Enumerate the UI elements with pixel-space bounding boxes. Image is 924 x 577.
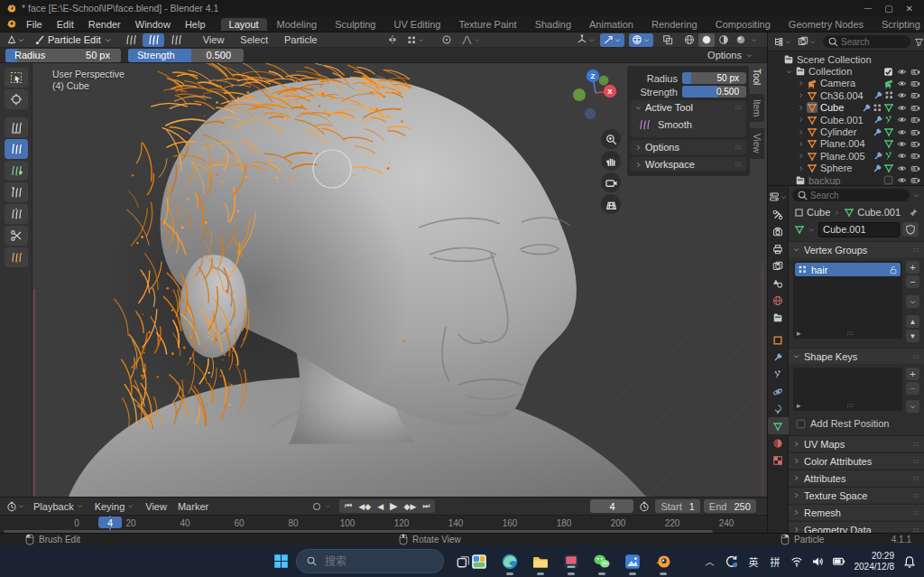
tool-button-length[interactable] xyxy=(5,182,28,202)
workspace-tab-rendering[interactable]: Rendering xyxy=(643,18,706,31)
disable-render-camera-icon[interactable] xyxy=(910,151,920,161)
end-frame-field[interactable]: End250 xyxy=(704,499,756,513)
timeline-editor-type[interactable] xyxy=(4,499,28,513)
disclosure-triangle-icon[interactable] xyxy=(785,68,793,76)
hide-viewport-eye-icon[interactable] xyxy=(897,115,907,125)
auto-keying-toggle[interactable] xyxy=(311,501,332,512)
outliner-row-collection[interactable]: Collection xyxy=(770,65,924,77)
properties-tab-render[interactable] xyxy=(768,223,789,240)
grip-icon[interactable] xyxy=(911,353,920,360)
collection-checkbox-icon[interactable] xyxy=(883,175,893,185)
shape-key-specials-button[interactable] xyxy=(906,400,919,413)
show-gizmo-dropdown[interactable] xyxy=(574,33,598,47)
viewport-zoom-button[interactable] xyxy=(601,129,621,149)
editor-type-selector[interactable] xyxy=(4,33,28,47)
mode-selector[interactable]: Particle Edit xyxy=(32,33,115,47)
shading-solid[interactable] xyxy=(698,33,715,47)
close-button[interactable]: ✕ xyxy=(906,4,913,14)
workspace-tab-sculpting[interactable]: Sculpting xyxy=(327,18,383,31)
disable-render-camera-icon[interactable] xyxy=(910,103,920,113)
disable-render-camera-icon[interactable] xyxy=(910,139,920,149)
workspace-tab-layout[interactable]: Layout xyxy=(221,18,267,31)
viewport-menu-view[interactable]: View xyxy=(196,34,232,45)
properties-tab-object[interactable] xyxy=(768,331,789,349)
disclosure-triangle-icon[interactable] xyxy=(797,116,805,124)
menubar-item-render[interactable]: Render xyxy=(81,19,128,30)
hide-viewport-eye-icon[interactable] xyxy=(897,67,907,77)
play-button[interactable]: ▶ xyxy=(387,500,400,512)
panel-header[interactable]: Options xyxy=(631,140,746,154)
xray-toggle[interactable] xyxy=(660,33,676,47)
playhead-badge[interactable]: 4 xyxy=(98,517,122,528)
navigation-gizmo[interactable]: Z X xyxy=(559,63,632,126)
grip-icon[interactable] xyxy=(734,161,743,168)
hide-viewport-eye-icon[interactable] xyxy=(897,175,907,185)
properties-tab-particles[interactable] xyxy=(768,366,789,383)
workspace-tab-animation[interactable]: Animation xyxy=(581,18,642,31)
taskbar-search-input[interactable] xyxy=(323,554,408,569)
tool-button-puff[interactable] xyxy=(5,204,28,224)
vertex-group-add-button[interactable]: + xyxy=(906,261,919,274)
fake-user-shield-button[interactable] xyxy=(902,222,919,237)
outliner-row-scene-collection[interactable]: Scene Collection xyxy=(770,53,924,65)
tray-notifications-bell[interactable] xyxy=(901,550,919,573)
taskbar-app-blender[interactable] xyxy=(651,550,675,573)
lock-open-icon[interactable] xyxy=(889,265,898,275)
panel-header[interactable]: Active Tool xyxy=(631,100,746,115)
tool-button-add[interactable] xyxy=(5,161,28,181)
sidebar-tab-view[interactable]: View xyxy=(749,128,764,159)
vertex-group-specials-button[interactable] xyxy=(906,295,919,308)
properties-tab-modifiers[interactable] xyxy=(768,349,789,366)
grip-icon[interactable] xyxy=(911,458,920,465)
menubar-item-help[interactable]: Help xyxy=(178,19,213,30)
panel-header[interactable]: Workspace xyxy=(631,157,746,172)
datablock-name-field[interactable]: Cube.001 xyxy=(818,222,900,237)
properties-tab-physics[interactable] xyxy=(768,383,789,400)
hide-viewport-eye-icon[interactable] xyxy=(897,79,907,88)
select-mode-path[interactable] xyxy=(120,33,142,47)
clock-icon[interactable] xyxy=(639,501,650,512)
vertex-group-move-down-button[interactable]: ▼ xyxy=(906,330,919,342)
proportional-editing-toggle[interactable] xyxy=(439,33,455,47)
radius-slider[interactable]: Radius50 px xyxy=(5,49,121,62)
workspace-tab-texture-paint[interactable]: Texture Paint xyxy=(450,18,524,31)
disable-render-camera-icon[interactable] xyxy=(910,163,920,173)
panel-color-attributes[interactable]: Color Attributes xyxy=(789,452,924,469)
app-menu-icon[interactable] xyxy=(5,18,17,30)
properties-editor-type[interactable] xyxy=(769,188,788,206)
tray-chevron-up[interactable]: ︿ xyxy=(700,554,720,568)
previous-keyframe-button[interactable]: ◀◆ xyxy=(356,502,374,511)
taskbar-app-edge[interactable] xyxy=(498,550,522,573)
shape-key-remove-button[interactable]: − xyxy=(906,382,919,395)
jump-to-end-button[interactable]: ⏭︎ xyxy=(420,501,432,511)
breadcrumb-data[interactable]: Cube.001 xyxy=(857,207,901,218)
ime-language-indicator[interactable]: 英 xyxy=(744,554,764,569)
mirror-toggle[interactable] xyxy=(384,33,401,47)
shading-rendered[interactable] xyxy=(733,33,749,47)
workspace-tab-modeling[interactable]: Modeling xyxy=(269,18,326,31)
tool-button-weight[interactable] xyxy=(5,247,28,267)
properties-tab-collection[interactable] xyxy=(768,309,789,326)
outliner-search[interactable] xyxy=(823,35,910,48)
disclosure-triangle-icon[interactable] xyxy=(797,152,805,160)
disclosure-triangle-icon[interactable] xyxy=(797,79,805,88)
hide-viewport-eye-icon[interactable] xyxy=(897,90,907,100)
workspace-tab-uv-editing[interactable]: UV Editing xyxy=(385,18,448,31)
overlays-toggle[interactable] xyxy=(629,33,653,47)
properties-tab-constraints[interactable] xyxy=(768,400,789,417)
viewport-3d[interactable]: User Perspective(4) Cube Z X Radius50 px… xyxy=(32,63,767,497)
tool-button-comb[interactable] xyxy=(5,117,28,137)
vertex-groups-header[interactable]: Vertex Groups xyxy=(789,241,924,257)
panel-uv-maps[interactable]: UV Maps xyxy=(789,435,924,451)
disclosure-triangle-icon[interactable] xyxy=(797,140,805,148)
outliner-row-backup[interactable]: backup xyxy=(770,174,924,185)
grip-icon[interactable] xyxy=(911,509,920,517)
disable-render-camera-icon[interactable] xyxy=(910,115,920,125)
sidebar-radius-slider[interactable]: 50 px xyxy=(682,72,746,84)
taskbar-app-wechat[interactable] xyxy=(590,550,614,573)
properties-tab-tool[interactable] xyxy=(768,206,789,223)
properties-search-input[interactable] xyxy=(808,190,875,201)
properties-search[interactable] xyxy=(792,189,910,201)
ime-mode-indicator[interactable]: 拼 xyxy=(765,554,786,569)
pin-icon[interactable] xyxy=(909,208,919,218)
